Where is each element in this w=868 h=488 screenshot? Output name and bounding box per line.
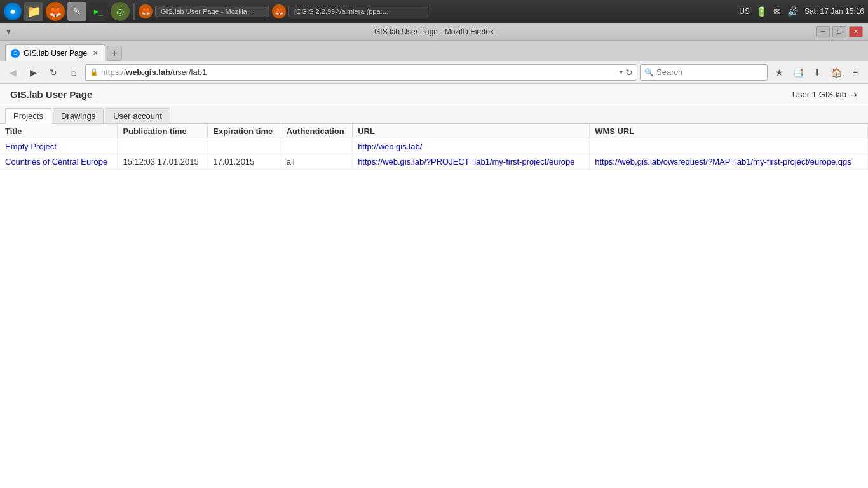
close-button[interactable]: ✕ xyxy=(849,26,863,37)
launcher-icon[interactable]: ● xyxy=(4,3,22,20)
window-controls: ─ □ ✕ xyxy=(816,26,863,37)
battery-icon: 🔋 xyxy=(756,6,767,17)
locale-indicator: US xyxy=(739,7,750,16)
col-expiration-time: Expiration time xyxy=(208,124,281,139)
maximize-button[interactable]: □ xyxy=(832,26,846,37)
home-button[interactable]: ⌂ xyxy=(65,64,83,81)
taskbar-sep1 xyxy=(133,3,135,20)
back-button[interactable]: ◀ xyxy=(4,64,22,81)
table-row: Countries of Central Europe 15:12:03 17.… xyxy=(0,154,868,170)
orb-app-icon[interactable]: ◎ xyxy=(111,2,130,21)
address-protocol: https:// xyxy=(101,67,126,77)
address-dropdown-icon[interactable]: ▾ xyxy=(620,69,623,76)
editor-app-icon[interactable]: ✎ xyxy=(67,2,86,21)
forward-button[interactable]: ▶ xyxy=(24,64,42,81)
tab-projects[interactable]: Projects xyxy=(5,108,51,124)
col-authentication: Authentication xyxy=(281,124,352,139)
row1-title: Empty Project xyxy=(0,139,118,154)
bookmark-star-button[interactable]: ★ xyxy=(770,64,788,81)
row1-wms-url xyxy=(590,139,868,154)
datetime-display: Sat, 17 Jan 15:16 xyxy=(804,7,864,16)
firefox-icon-small1: 🦊 xyxy=(139,4,153,18)
taskbar-window-qgis[interactable]: [QGIS 2.2.99-Valmiera (ppa:... xyxy=(288,6,428,17)
projects-table: Title Publication time Expiration time A… xyxy=(0,124,868,170)
row1-url: http://web.gis.lab/ xyxy=(353,139,590,154)
home-nav-button[interactable]: 🏠 xyxy=(827,64,845,81)
bookmarks-button[interactable]: 📑 xyxy=(789,64,807,81)
terminal-app-icon[interactable]: ▶_ xyxy=(89,2,108,21)
new-tab-button[interactable]: + xyxy=(107,46,122,61)
address-bar[interactable]: 🔒 https://web.gis.lab/user/lab1 ▾ ↻ xyxy=(85,64,637,81)
row2-title: Countries of Central Europe xyxy=(0,154,118,170)
minimize-button[interactable]: ─ xyxy=(816,26,830,37)
page-header: GIS.lab User Page User 1 GIS.lab ⇥ xyxy=(0,84,868,105)
tab-drawings[interactable]: Drawings xyxy=(53,108,104,123)
lock-icon: 🔒 xyxy=(90,68,98,76)
browser-nav-bar: ◀ ▶ ↻ ⌂ 🔒 https://web.gis.lab/user/lab1 … xyxy=(0,61,868,84)
col-title: Title xyxy=(0,124,118,139)
row1-url-link[interactable]: http://web.gis.lab/ xyxy=(358,142,422,151)
search-bar[interactable]: 🔍 xyxy=(640,64,768,81)
tab-favicon: G xyxy=(11,49,20,58)
os-taskbar: ● 📁 🦊 ✎ ▶_ ◎ 🦊 GIS.lab User Page - Mozil… xyxy=(0,0,868,23)
row2-pub-time: 15:12:03 17.01.2015 xyxy=(118,154,208,170)
address-domain: web.gis.lab xyxy=(126,67,170,77)
browser-title-bar: ▼ GIS.lab User Page - Mozilla Firefox ─ … xyxy=(0,23,868,41)
mail-icon: ✉ xyxy=(773,6,781,17)
volume-icon: 🔊 xyxy=(787,6,798,17)
tab-title: GIS.lab User Page xyxy=(24,49,87,58)
row1-title-link[interactable]: Empty Project xyxy=(5,142,57,151)
projects-panel: Title Publication time Expiration time A… xyxy=(0,124,868,170)
col-url: URL xyxy=(353,124,590,139)
col-publication-time: Publication time xyxy=(118,124,208,139)
menu-button[interactable]: ≡ xyxy=(846,64,864,81)
address-text[interactable]: https://web.gis.lab/user/lab1 xyxy=(101,67,617,77)
row2-title-link[interactable]: Countries of Central Europe xyxy=(5,157,107,166)
page-content: GIS.lab User Page User 1 GIS.lab ⇥ Proje… xyxy=(0,84,868,488)
address-path: /user/lab1 xyxy=(170,67,207,77)
browser-window-title: GIS.lab User Page - Mozilla Firefox xyxy=(374,27,494,36)
row2-wms-url: https://web.gis.lab/owsrequest/?MAP=lab1… xyxy=(590,154,868,170)
row1-exp-time xyxy=(208,139,281,154)
row2-exp-time: 17.01.2015 xyxy=(208,154,281,170)
row1-auth xyxy=(281,139,352,154)
page-title: GIS.lab User Page xyxy=(10,89,92,100)
table-header-row: Title Publication time Expiration time A… xyxy=(0,124,868,139)
taskbar-right: US 🔋 ✉ 🔊 Sat, 17 Jan 15:16 xyxy=(739,6,864,17)
tab-close-button[interactable]: ✕ xyxy=(91,49,100,58)
browser-tab-gislab[interactable]: G GIS.lab User Page ✕ xyxy=(5,44,105,61)
download-button[interactable]: ⬇ xyxy=(808,64,826,81)
user-name: User 1 GIS.lab xyxy=(792,90,846,99)
row2-wms-url-link[interactable]: https://web.gis.lab/owsrequest/?MAP=lab1… xyxy=(595,157,851,166)
row2-url: https://web.gis.lab/?PROJECT=lab1/my-fir… xyxy=(353,154,590,170)
nav-right-buttons: ★ 📑 ⬇ 🏠 ≡ xyxy=(770,64,864,81)
user-info: User 1 GIS.lab ⇥ xyxy=(792,90,858,100)
col-wms-url: WMS URL xyxy=(590,124,868,139)
taskbar-window-gislab[interactable]: GIS.lab User Page - Mozilla ... xyxy=(155,6,269,17)
firefox-app-icon[interactable]: 🦊 xyxy=(46,2,65,21)
browser-tab-bar: G GIS.lab User Page ✕ + xyxy=(0,41,868,61)
row2-auth: all xyxy=(281,154,352,170)
address-reload-icon[interactable]: ↻ xyxy=(625,67,633,78)
files-app-icon[interactable]: 📁 xyxy=(24,2,43,21)
search-input[interactable] xyxy=(656,67,763,77)
row1-pub-time xyxy=(118,139,208,154)
table-row: Empty Project http://web.gis.lab/ xyxy=(0,139,868,154)
firefox-icon-small2: 🦊 xyxy=(272,4,286,18)
tab-user-account[interactable]: User account xyxy=(105,108,170,123)
title-bar-drag: ▼ xyxy=(5,28,12,36)
app-tabs: Projects Drawings User account xyxy=(0,105,868,124)
search-icon: 🔍 xyxy=(644,68,654,77)
logout-icon[interactable]: ⇥ xyxy=(850,90,858,100)
reload-button[interactable]: ↻ xyxy=(44,64,62,81)
row2-url-link[interactable]: https://web.gis.lab/?PROJECT=lab1/my-fir… xyxy=(358,157,574,166)
